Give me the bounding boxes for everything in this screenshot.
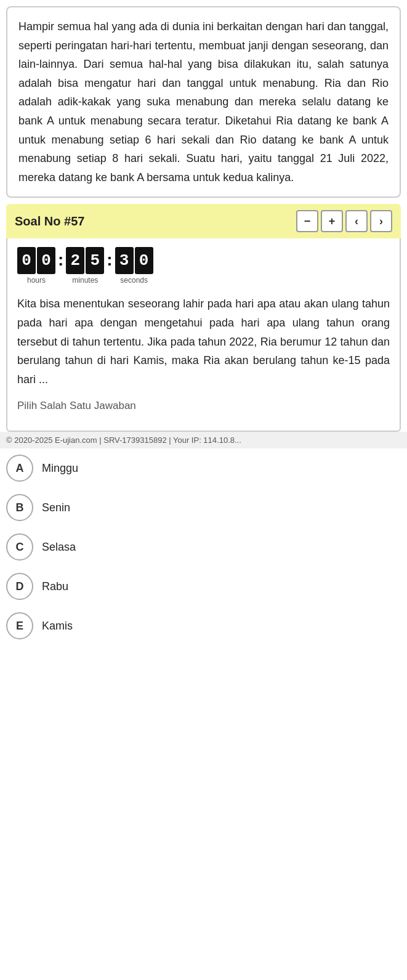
choice-d[interactable]: D Rabu: [6, 567, 401, 606]
answer-section-label: Pilih Salah Satu Jawaban: [17, 400, 390, 412]
choice-b[interactable]: B Senin: [6, 488, 401, 527]
choice-e[interactable]: E Kamis: [6, 606, 401, 646]
minutes-digits: 2 5: [66, 247, 104, 274]
choice-label-b: Senin: [42, 501, 70, 514]
question-text: Kita bisa menentukan seseorang lahir pad…: [17, 294, 390, 389]
colon-2: :: [104, 251, 115, 281]
colon-1: :: [55, 251, 66, 281]
plus-button[interactable]: +: [321, 210, 343, 232]
question-title: Soal No #57: [15, 214, 84, 229]
timer-minutes-group: 2 5 minutes: [66, 247, 104, 285]
passage-text: Hampir semua hal yang ada di dunia ini b…: [18, 17, 389, 187]
choice-circle-b[interactable]: B: [6, 494, 33, 521]
choice-label-e: Kamis: [42, 620, 73, 633]
minutes-digit-2: 5: [86, 247, 104, 274]
hours-digit-2: 0: [37, 247, 55, 274]
header-buttons: − + ‹ ›: [296, 210, 392, 232]
choice-circle-d[interactable]: D: [6, 573, 33, 600]
timer-seconds-group: 3 0 seconds: [115, 247, 153, 285]
seconds-digit-1: 3: [115, 247, 134, 274]
choice-label-d: Rabu: [42, 580, 68, 593]
choice-circle-c[interactable]: C: [6, 533, 33, 561]
minus-button[interactable]: −: [296, 210, 318, 232]
choice-a[interactable]: A Minggu: [6, 448, 401, 488]
hours-digits: 0 0: [17, 247, 55, 274]
passage-box: Hampir semua hal yang ada di dunia ini b…: [6, 6, 401, 198]
choice-label-c: Selasa: [42, 541, 76, 554]
timer-display: 0 0 hours : 2 5 minutes : 3 0: [17, 247, 153, 285]
next-button[interactable]: ›: [370, 210, 392, 232]
seconds-digit-2: 0: [135, 247, 153, 274]
choice-circle-e[interactable]: E: [6, 612, 33, 639]
minutes-digit-1: 2: [66, 247, 84, 274]
hours-digit-1: 0: [17, 247, 36, 274]
choice-c[interactable]: C Selasa: [6, 527, 401, 567]
timer-hours-group: 0 0 hours: [17, 247, 55, 285]
timer: 0 0 hours : 2 5 minutes : 3 0: [17, 247, 390, 285]
minutes-label: minutes: [72, 276, 98, 285]
hours-label: hours: [27, 276, 46, 285]
footer-text: © 2020-2025 E-ujian.com | SRV-1739315892…: [6, 435, 241, 445]
choice-label-a: Minggu: [42, 462, 78, 475]
seconds-digits: 3 0: [115, 247, 153, 274]
answer-choices: A Minggu B Senin C Selasa D Rabu E Kamis: [6, 448, 401, 652]
footer-bar: © 2020-2025 E-ujian.com | SRV-1739315892…: [0, 432, 407, 448]
prev-button[interactable]: ‹: [345, 210, 368, 232]
question-header: Soal No #57 − + ‹ ›: [6, 204, 401, 238]
seconds-label: seconds: [120, 276, 148, 285]
question-body: 0 0 hours : 2 5 minutes : 3 0: [6, 238, 401, 432]
choice-circle-a[interactable]: A: [6, 455, 33, 482]
